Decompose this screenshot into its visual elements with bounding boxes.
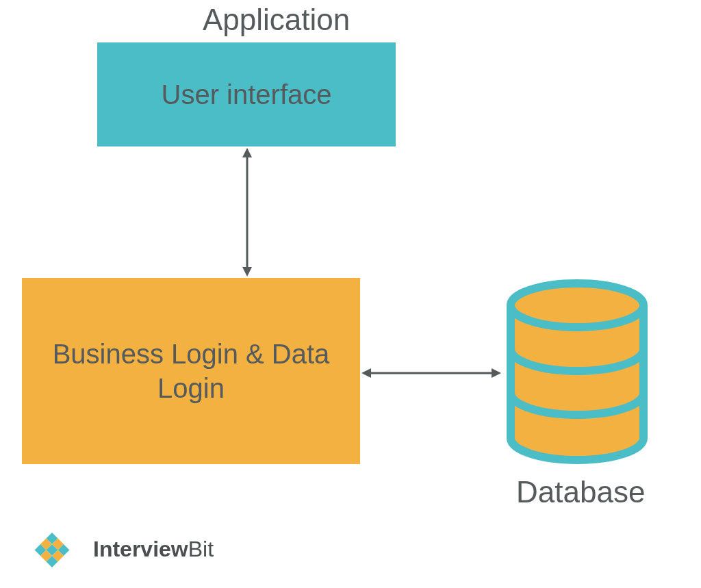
database-title: Database (516, 475, 645, 509)
user-interface-label: User interface (162, 79, 332, 110)
svg-marker-4 (361, 368, 371, 378)
svg-point-6 (511, 283, 643, 327)
database-cylinder-icon (504, 278, 650, 465)
arrow-horizontal-icon (361, 368, 501, 378)
interviewbit-logo-icon (21, 528, 84, 570)
brand-area: InterviewBit (21, 528, 214, 570)
diagram-canvas: Application User interface Business Logi… (0, 0, 701, 588)
svg-marker-5 (492, 368, 501, 378)
user-interface-box: User interface (97, 42, 396, 146)
business-login-label: Business Login & Data Login (36, 337, 346, 405)
business-login-box: Business Login & Data Login (22, 278, 360, 464)
svg-marker-1 (242, 148, 252, 157)
application-title: Application (203, 3, 350, 37)
brand-text: InterviewBit (93, 537, 214, 562)
svg-marker-2 (242, 267, 252, 277)
arrow-vertical-icon (242, 148, 252, 277)
